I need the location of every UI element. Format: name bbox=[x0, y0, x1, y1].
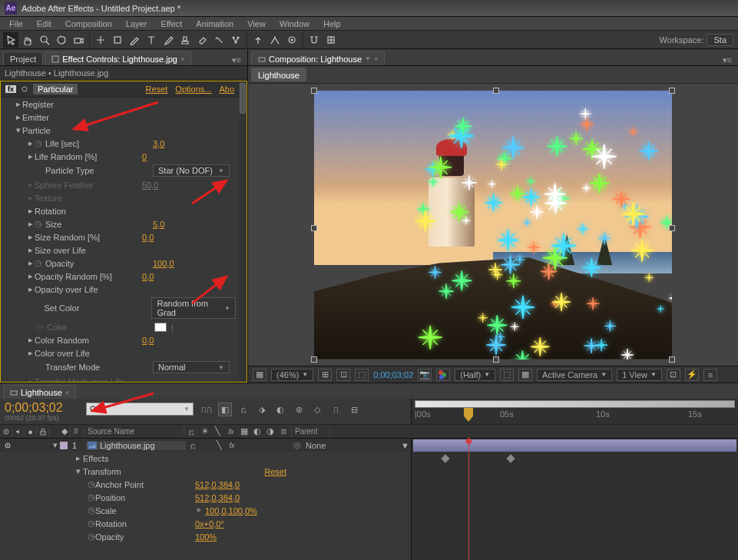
pickwhip-icon[interactable]: ◎ bbox=[293, 440, 306, 450]
pen-tool[interactable] bbox=[127, 32, 142, 48]
camera-dropdown[interactable]: Active Camera▼ bbox=[537, 369, 612, 381]
motion-blur-icon[interactable]: ◐ bbox=[273, 403, 287, 416]
menu-animation[interactable]: Animation bbox=[190, 18, 240, 30]
value-opacity-random[interactable]: 0,0 bbox=[142, 272, 154, 281]
twirl-icon[interactable]: ▾ bbox=[51, 440, 60, 450]
tab-project[interactable]: Project bbox=[3, 51, 43, 65]
tab-effect-controls[interactable]: Effect Controls: Lighthouse.jpg × bbox=[45, 51, 191, 65]
panel-options-icon[interactable]: ▾≡ bbox=[229, 55, 244, 65]
snapshot-icon[interactable]: 📷 bbox=[418, 369, 432, 381]
close-icon[interactable]: × bbox=[374, 55, 378, 63]
twirl-icon[interactable]: ▸ bbox=[27, 138, 35, 148]
stopwatch-icon[interactable]: ◷ bbox=[88, 505, 95, 515]
search-input[interactable]: ▼ bbox=[86, 403, 194, 416]
video-toggle-icon[interactable] bbox=[3, 441, 12, 450]
keyframe-icon[interactable] bbox=[506, 454, 515, 462]
group-register[interactable]: Register bbox=[22, 100, 130, 109]
reset-link[interactable]: Reset bbox=[146, 84, 168, 94]
tab-composition[interactable]: Composition: Lighthouse ▼ × bbox=[251, 51, 385, 65]
always-preview-icon[interactable]: ▦ bbox=[253, 369, 266, 381]
value-anchor-point[interactable]: 512,0,384,0 bbox=[195, 480, 240, 489]
view-axis-icon[interactable] bbox=[284, 32, 300, 48]
timeline-icon[interactable]: ≡ bbox=[703, 369, 717, 381]
playhead[interactable] bbox=[464, 408, 473, 422]
stopwatch-icon[interactable]: ◷ bbox=[35, 138, 45, 148]
link-icon[interactable]: ⚭ bbox=[195, 505, 202, 515]
reset-link[interactable]: Reset bbox=[264, 467, 286, 476]
label-color[interactable] bbox=[60, 442, 68, 449]
comp-flowchart-tab[interactable]: Lighthouse bbox=[251, 68, 306, 81]
world-axis-icon[interactable] bbox=[267, 32, 283, 48]
brush-tool[interactable] bbox=[161, 32, 176, 48]
group-emitter[interactable]: Emitter bbox=[22, 113, 130, 122]
views-dropdown[interactable]: 1 View▼ bbox=[617, 369, 662, 381]
twirl-icon[interactable]: ▸ bbox=[27, 232, 35, 242]
resolution-dropdown[interactable]: (Half)▼ bbox=[455, 369, 495, 381]
snap-edge-icon[interactable] bbox=[323, 32, 339, 48]
brainstorm-icon[interactable]: ⊛ bbox=[292, 403, 306, 416]
value-size-random[interactable]: 0,0 bbox=[142, 233, 154, 242]
fast-previews-icon[interactable]: ⚡ bbox=[685, 369, 699, 381]
time-ruler[interactable]: |00s 05s 10s 15s bbox=[411, 399, 738, 424]
value-position[interactable]: 512,0,384,0 bbox=[195, 493, 240, 502]
scrollbar[interactable] bbox=[239, 81, 247, 382]
zoom-tool[interactable] bbox=[37, 32, 52, 48]
col-num[interactable]: # bbox=[71, 427, 84, 436]
puppet-tool[interactable] bbox=[228, 32, 243, 48]
stopwatch-icon[interactable]: ◷ bbox=[35, 258, 45, 268]
panel-options-icon[interactable]: ▾≡ bbox=[720, 55, 735, 65]
roi-icon[interactable]: ⬚ bbox=[500, 369, 514, 381]
collapse-switch-icon[interactable]: ☀ bbox=[199, 426, 210, 436]
lock-col-icon[interactable] bbox=[37, 428, 49, 436]
effect-visibility-icon[interactable] bbox=[21, 85, 28, 93]
dropdown-particle-type[interactable]: Star (No DOF)▼ bbox=[153, 164, 230, 177]
prop-color-over-life[interactable]: Color over Life bbox=[35, 349, 142, 358]
stopwatch-icon[interactable]: ◷ bbox=[35, 219, 45, 229]
resolution-icon[interactable]: ⊞ bbox=[318, 369, 332, 381]
twirl-icon[interactable]: ▸ bbox=[27, 245, 35, 255]
twirl-icon[interactable]: ▸ bbox=[27, 151, 35, 161]
audio-col-icon[interactable] bbox=[12, 427, 25, 436]
close-icon[interactable]: × bbox=[65, 389, 69, 396]
frame-blend-icon[interactable]: ⬗ bbox=[255, 403, 269, 416]
menu-help[interactable]: Help bbox=[317, 18, 347, 30]
fx-icon[interactable]: fx bbox=[5, 85, 16, 93]
value-size[interactable]: 5,0 bbox=[153, 220, 164, 229]
eraser-tool[interactable] bbox=[194, 32, 210, 48]
layer-row[interactable]: ▾ 1 Lighthouse.jpg ⎌╲fx ◎ None▼ bbox=[0, 439, 411, 452]
comp-mini-flow-icon[interactable]: ⎍⎍ bbox=[200, 403, 213, 416]
current-time-indicator[interactable] bbox=[468, 439, 469, 560]
roto-tool[interactable] bbox=[211, 32, 227, 48]
stopwatch-icon[interactable]: ◷ bbox=[88, 532, 95, 542]
value-life-random[interactable]: 0 bbox=[142, 152, 147, 161]
value-rotation[interactable]: 0x+0,0° bbox=[195, 519, 224, 529]
dropdown-set-color[interactable]: Random from Grad▼ bbox=[151, 297, 236, 319]
twirl-icon[interactable]: ▸ bbox=[15, 99, 22, 109]
menu-view[interactable]: View bbox=[241, 18, 272, 30]
value-opacity-tl[interactable]: 100% bbox=[195, 532, 217, 542]
prop-rotation[interactable]: Rotation bbox=[35, 207, 142, 216]
local-axis-icon[interactable] bbox=[250, 32, 266, 48]
layer-bar[interactable] bbox=[413, 439, 736, 452]
prop-effects[interactable]: Effects bbox=[83, 454, 108, 463]
stopwatch-icon[interactable]: ◷ bbox=[88, 519, 95, 529]
tab-timeline[interactable]: Lighthouse × bbox=[3, 385, 76, 399]
twirl-icon[interactable]: ▸ bbox=[27, 219, 35, 229]
prop-opacity-over-life[interactable]: Opacity over Life bbox=[35, 285, 142, 294]
transparency-grid-icon[interactable]: ▩ bbox=[518, 369, 532, 381]
composition-viewer[interactable] bbox=[314, 91, 672, 360]
twirl-icon[interactable]: ▸ bbox=[27, 206, 35, 216]
menu-edit[interactable]: Edit bbox=[31, 18, 58, 30]
shy-icon[interactable]: ⎌ bbox=[237, 403, 250, 416]
motion-blur-switch-icon[interactable]: ◐ bbox=[252, 426, 263, 436]
3d-switch-icon[interactable]: ⧈ bbox=[278, 426, 290, 436]
twirl-icon[interactable]: ▸ bbox=[27, 348, 35, 358]
options-link[interactable]: Options... bbox=[175, 84, 211, 94]
twirl-icon[interactable]: ▸ bbox=[27, 258, 35, 268]
quality-switch-icon[interactable]: ╲ bbox=[212, 426, 223, 436]
menu-window[interactable]: Window bbox=[273, 18, 316, 30]
twirl-icon[interactable]: ▸ bbox=[27, 271, 35, 281]
about-link[interactable]: Abo bbox=[219, 84, 234, 94]
col-source-name[interactable]: Source Name bbox=[84, 427, 184, 436]
col-parent[interactable]: Parent bbox=[292, 427, 330, 436]
